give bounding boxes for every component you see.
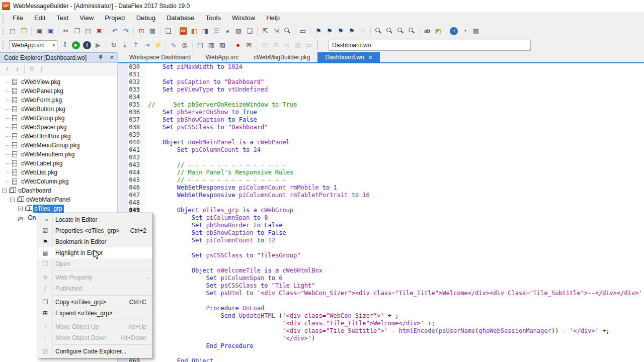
find-next-icon[interactable] bbox=[395, 26, 406, 36]
print-icon[interactable]: ▦ bbox=[147, 26, 157, 36]
menu-edit[interactable]: Edit bbox=[29, 12, 51, 24]
find-icon[interactable] bbox=[373, 26, 383, 36]
dataflex-icon[interactable]: DF bbox=[180, 27, 187, 35]
history-icon[interactable]: ◔ bbox=[460, 26, 470, 36]
layout-grid-icon[interactable]: ▦ bbox=[471, 26, 481, 36]
data-dictionary-icon[interactable]: ▧ bbox=[217, 40, 227, 50]
goto-source-icon[interactable]: ⇱ bbox=[260, 26, 270, 36]
restart-icon[interactable]: ↻ bbox=[109, 40, 119, 50]
tree-item-cweblabel-pkg[interactable]: cWebLabel.pkg bbox=[0, 159, 117, 168]
run-button[interactable]: ▶ bbox=[72, 41, 80, 49]
close-icon[interactable]: ✕ bbox=[368, 55, 372, 60]
tab-dashboard-wo[interactable]: Dashboard.wo✕ bbox=[317, 52, 380, 62]
compile-icon[interactable]: ⇩ bbox=[60, 40, 70, 50]
save-all-icon[interactable]: ▣ bbox=[45, 26, 55, 36]
undo-icon[interactable]: ↶ bbox=[110, 26, 120, 36]
stop-icon[interactable]: ◎ bbox=[180, 40, 190, 50]
call-stack-icon[interactable]: ∿ bbox=[169, 40, 179, 50]
source-preview-icon[interactable] bbox=[282, 26, 292, 36]
project-selector-combobox[interactable]: WebApp.src ▾ bbox=[9, 40, 57, 50]
snippets-icon[interactable]: ◩ bbox=[433, 26, 443, 36]
tab-workspace-dashboard[interactable]: Workspace Dashboard bbox=[122, 52, 198, 62]
tree-item-cwebform-pkg[interactable]: cWebForm.pkg bbox=[0, 96, 117, 105]
menu-view[interactable]: View bbox=[74, 12, 99, 24]
code-line: 063 Send UpdateHTML ('<div class="WebCon… bbox=[118, 312, 644, 320]
breakpoint-list-icon[interactable]: ⊠ bbox=[244, 40, 254, 50]
pie-chart-icon[interactable]: ◕ bbox=[222, 26, 232, 36]
prev-bookmark-icon[interactable]: ⚑ bbox=[325, 26, 335, 36]
tree-item-cwebpanel-pkg[interactable]: cWebPanel.pkg bbox=[0, 86, 117, 96]
tree-item-cwebgroup-pkg[interactable]: cWebGroup.pkg bbox=[0, 114, 117, 123]
tree-item-cwebcolumn-pkg[interactable]: cWebColumn.pkg bbox=[0, 177, 117, 186]
help-icon[interactable]: ? bbox=[450, 27, 458, 35]
web-object-modeler-icon[interactable]: ◨ bbox=[200, 26, 210, 36]
menu-window[interactable]: Window bbox=[226, 12, 261, 24]
step-out-icon[interactable]: ⇡ bbox=[131, 40, 141, 50]
report-designer-icon[interactable]: ▨ bbox=[233, 26, 244, 36]
toggle-bookmark-icon[interactable]: ⚑ bbox=[336, 26, 346, 36]
copy-icon[interactable]: ❐ bbox=[72, 26, 82, 36]
tree-item-cwebhtmlbox-pkg[interactable]: cWebHtmlBox.pkg bbox=[0, 132, 117, 141]
menu-project[interactable]: Project bbox=[99, 12, 130, 24]
menu-item-properties-otiles-grp[interactable]: ☑Properties <oTiles_grp>Ctrl+2 bbox=[38, 225, 152, 236]
menu-database[interactable]: Database bbox=[161, 12, 200, 24]
step-icon[interactable]: ▶ bbox=[93, 40, 103, 50]
tree-item-cwebmenuitem-pkg[interactable]: cWebMenuItem.pkg bbox=[0, 150, 117, 159]
menu-item-copy-otiles-grp[interactable]: ❐Copy <oTiles_grp>Ctrl+C bbox=[38, 297, 152, 308]
tree-item-cweblist-pkg[interactable]: cWebList.pkg bbox=[0, 168, 117, 177]
tag-icon[interactable]: ▭ bbox=[298, 26, 308, 36]
workspace-dashboard-icon[interactable]: ◧ bbox=[189, 26, 199, 36]
table-viewer-icon[interactable]: ▤ bbox=[195, 40, 205, 50]
move-object-up-icon[interactable]: ↑ bbox=[3, 64, 12, 74]
new-file-icon[interactable]: ▢ bbox=[8, 26, 18, 36]
tree-item-odashboard[interactable]: −oDashboard bbox=[0, 186, 117, 195]
paste-icon[interactable]: ▤ bbox=[83, 26, 93, 36]
expand-icon[interactable]: + bbox=[18, 207, 23, 211]
tree-item-cwebbutton-pkg[interactable]: cWebButton.pkg bbox=[0, 105, 117, 114]
menu-item-expand-otiles-grp[interactable]: ⊞Expand <oTiles_grp> bbox=[38, 308, 152, 319]
menu-tools[interactable]: Tools bbox=[200, 12, 226, 24]
open-folder-icon[interactable]: ❐ bbox=[19, 26, 29, 36]
tab-cwebmsgbuilder-pkg[interactable]: cWebMsgBuilder.pkg bbox=[246, 52, 318, 62]
menu-item-locate-in-editor[interactable]: ⇥Locate in Editor bbox=[38, 214, 152, 225]
collapse-icon[interactable]: − bbox=[10, 198, 15, 202]
pause-button[interactable]: ∥ bbox=[83, 41, 91, 49]
record-macro-icon[interactable]: ⊡ bbox=[136, 26, 146, 36]
tab-webapp-src[interactable]: WebApp.src bbox=[198, 52, 246, 62]
new-document-icon[interactable]: ❏ bbox=[245, 26, 255, 36]
next-bookmark-icon[interactable]: ⚑ bbox=[313, 26, 324, 36]
menu-file[interactable]: File bbox=[7, 12, 29, 24]
collapse-icon[interactable]: − bbox=[2, 189, 7, 193]
toggle-breakpoint-icon[interactable]: ● bbox=[233, 40, 243, 50]
menu-help[interactable]: Help bbox=[261, 12, 285, 24]
find-prev-icon[interactable] bbox=[384, 26, 394, 36]
menu-debug[interactable]: Debug bbox=[131, 12, 161, 24]
current-file-field[interactable]: Dashboard.wo bbox=[329, 40, 531, 51]
cut-icon[interactable]: ✂ bbox=[61, 26, 71, 36]
step-into-icon[interactable]: ⇣ bbox=[120, 40, 130, 50]
tree-item-otiles-grp[interactable]: +oTiles_grp bbox=[0, 204, 117, 213]
pin-icon[interactable] bbox=[97, 54, 104, 61]
class-list-icon[interactable]: ☰ bbox=[211, 26, 221, 36]
save-icon[interactable]: ▣ bbox=[34, 26, 44, 36]
tree-item-cwebmenugroup-pkg[interactable]: cWebMenuGroup.pkg bbox=[0, 141, 117, 150]
code-editor[interactable]: 030 Set piMaxWidth to 1024031032 Set psC… bbox=[118, 63, 644, 362]
database-builder-icon[interactable]: ▥ bbox=[206, 40, 216, 50]
tree-item-cwebspacer-pkg[interactable]: cWebSpacer.pkg bbox=[0, 123, 117, 132]
menu-text[interactable]: Text bbox=[51, 12, 74, 24]
menu-item-configure-code-explorer[interactable]: ☑Configure Code Explorer... bbox=[38, 346, 152, 357]
copy-special-icon[interactable]: ❑ bbox=[163, 26, 173, 36]
move-object-down-icon[interactable]: ↓ bbox=[13, 64, 22, 74]
replace-icon[interactable]: ab bbox=[422, 26, 432, 36]
open-in-editor-icon[interactable]: ⇲ bbox=[271, 26, 281, 36]
run-to-cursor-icon[interactable]: ⇥ bbox=[142, 40, 152, 50]
find-in-files-icon[interactable] bbox=[407, 26, 417, 36]
close-icon[interactable]: ✕ bbox=[108, 54, 115, 61]
redo-icon[interactable]: ↷ bbox=[121, 26, 131, 36]
delete-icon[interactable]: ✖ bbox=[94, 26, 104, 36]
tree-item-cwebview-pkg[interactable]: cWebView.pkg bbox=[0, 77, 117, 86]
menu-item-bookmark-in-editor[interactable]: ⚑Bookmark in Editor bbox=[38, 236, 152, 247]
break-on-error-icon[interactable]: ⚡ bbox=[153, 40, 163, 50]
tree-item-owebmainpanel[interactable]: −oWebMainPanel bbox=[0, 195, 117, 204]
goto-bookmark-icon[interactable]: ⚑ bbox=[347, 26, 357, 36]
